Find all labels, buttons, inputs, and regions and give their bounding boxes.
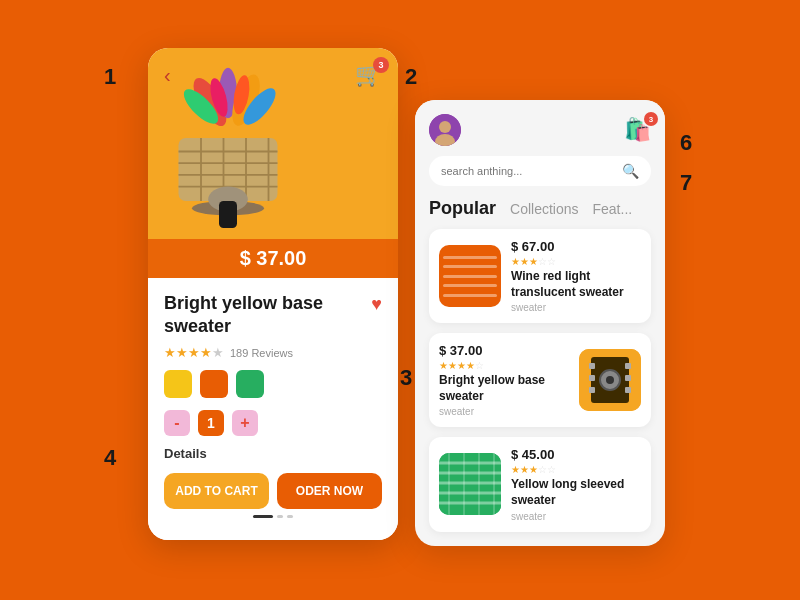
product-card-2[interactable]: $ 37.00 ★★★★☆ Bright yellow base sweater…: [429, 333, 651, 427]
product-info-2: $ 37.00 ★★★★☆ Bright yellow base sweater…: [439, 343, 569, 417]
product-thumb-1: [439, 245, 501, 307]
favorite-icon[interactable]: ♥: [371, 294, 382, 315]
product-info-3: $ 45.00 ★★★☆☆ Yellow long sleeved sweate…: [511, 447, 641, 521]
product-category-1: sweater: [511, 302, 641, 313]
product-price-2: $ 37.00: [439, 343, 569, 358]
back-icon[interactable]: ‹: [164, 64, 171, 87]
tabs-row: Popular Collections Feat...: [415, 186, 665, 219]
cart-button[interactable]: 🛒 3: [355, 62, 382, 88]
svg-rect-26: [589, 363, 595, 369]
svg-point-20: [439, 121, 451, 133]
svg-rect-18: [219, 201, 237, 228]
tab-popular[interactable]: Popular: [429, 198, 496, 219]
product-name-2: Bright yellow base sweater: [439, 373, 569, 404]
products-list: $ 67.00 ★★★☆☆ Wine red light translucent…: [415, 219, 665, 546]
left-phone-card: ‹ 🛒 3: [148, 48, 398, 540]
product-info-1: $ 67.00 ★★★☆☆ Wine red light translucent…: [511, 239, 641, 313]
swatch-orange[interactable]: [200, 370, 228, 398]
svg-rect-28: [589, 387, 595, 393]
cart-badge: 3: [373, 57, 389, 73]
product-stars-3: ★★★☆☆: [511, 464, 641, 475]
product-price-3: $ 45.00: [511, 447, 641, 462]
details-label: Details: [164, 446, 382, 461]
label-4: 4: [104, 445, 116, 471]
svg-rect-31: [625, 387, 631, 393]
product-stars-2: ★★★★☆: [439, 360, 569, 371]
right-phone-header: 🛍️ 3: [415, 100, 665, 146]
swatch-yellow[interactable]: [164, 370, 192, 398]
label-7: 7: [680, 170, 692, 196]
scroll-dot-active: [253, 515, 273, 518]
product-category-2: sweater: [439, 406, 569, 417]
scroll-dot: [287, 515, 293, 518]
product-card-1[interactable]: $ 67.00 ★★★☆☆ Wine red light translucent…: [429, 229, 651, 323]
quantity-increase-button[interactable]: +: [232, 410, 258, 436]
right-phone-card: 🛍️ 3 🔍 Popular Collections Feat... $ 67.…: [415, 100, 665, 546]
quantity-decrease-button[interactable]: -: [164, 410, 190, 436]
right-cart-badge: 3: [644, 112, 658, 126]
user-avatar[interactable]: [429, 114, 461, 146]
order-now-button[interactable]: ODER NOW: [277, 473, 382, 509]
svg-rect-29: [625, 363, 631, 369]
product-thumb-2: [579, 349, 641, 411]
swatch-green[interactable]: [236, 370, 264, 398]
product-card-3[interactable]: $ 45.00 ★★★☆☆ Yellow long sleeved sweate…: [429, 437, 651, 531]
label-6: 6: [680, 130, 692, 156]
scroll-indicator: [164, 509, 382, 524]
search-icon: 🔍: [622, 163, 639, 179]
scroll-dot: [277, 515, 283, 518]
label-3: 3: [400, 365, 412, 391]
product-title: Bright yellow base sweater: [164, 292, 344, 337]
product-category-3: sweater: [511, 511, 641, 522]
action-buttons: ADD TO CART ODER NOW: [164, 473, 382, 509]
label-2: 2: [405, 64, 417, 90]
right-cart-button[interactable]: 🛍️ 3: [624, 117, 651, 143]
tab-featured[interactable]: Feat...: [593, 201, 633, 217]
search-input[interactable]: [441, 165, 616, 177]
search-bar[interactable]: 🔍: [429, 156, 651, 186]
svg-rect-30: [625, 375, 631, 381]
price-bar: $ 37.00: [148, 239, 398, 278]
quantity-row: - 1 +: [164, 410, 382, 436]
header-top-bar: ‹ 🛒 3: [148, 62, 398, 88]
add-to-cart-button[interactable]: ADD TO CART: [164, 473, 269, 509]
product-stars-1: ★★★☆☆: [511, 256, 641, 267]
svg-point-25: [606, 376, 614, 384]
product-name-3: Yellow long sleeved sweater: [511, 477, 641, 508]
label-1: 1: [104, 64, 116, 90]
product-price-1: $ 67.00: [511, 239, 641, 254]
reviews-count: 189 Reviews: [230, 347, 293, 359]
product-hero-image: ‹ 🛒 3: [148, 48, 398, 278]
tab-collections[interactable]: Collections: [510, 201, 578, 217]
product-name-1: Wine red light translucent sweater: [511, 269, 641, 300]
color-swatches: [164, 370, 382, 398]
product-detail-body: Bright yellow base sweater ♥ ★★★★★ 189 R…: [148, 278, 398, 540]
reviews-row: ★★★★★ 189 Reviews: [164, 345, 382, 360]
star-rating: ★★★★★: [164, 345, 224, 360]
product-thumb-3: [439, 453, 501, 515]
svg-rect-27: [589, 375, 595, 381]
quantity-value: 1: [198, 410, 224, 436]
title-row: Bright yellow base sweater ♥: [164, 292, 382, 337]
